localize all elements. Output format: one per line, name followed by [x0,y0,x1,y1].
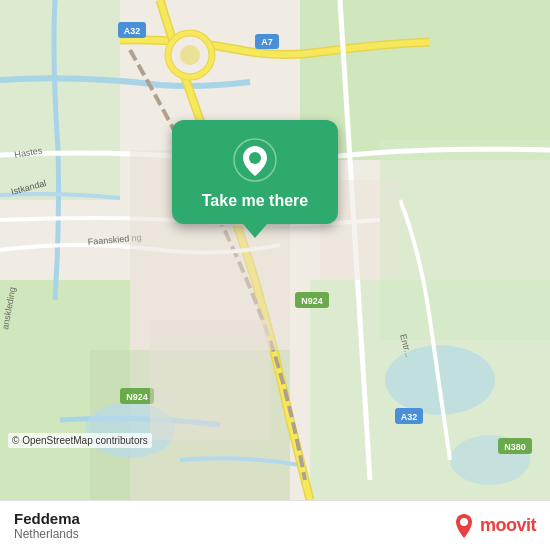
location-country: Netherlands [14,527,80,541]
info-bar: Feddema Netherlands moovit [0,500,550,550]
svg-text:A32: A32 [401,412,418,422]
map-background: A32 A7 A32 N380 N924 N924 Faanskied ng H… [0,0,550,500]
moovit-logo: moovit [454,513,536,539]
svg-point-34 [249,152,261,164]
location-name: Feddema [14,510,80,527]
map-popup[interactable]: Take me there [155,120,355,224]
svg-text:N924: N924 [301,296,323,306]
location-pin-icon [233,138,277,182]
moovit-pin-icon [454,513,474,539]
svg-point-29 [180,45,200,65]
svg-text:A7: A7 [261,37,273,47]
svg-text:N380: N380 [504,442,526,452]
location-info: Feddema Netherlands [14,510,80,541]
svg-rect-31 [150,320,270,440]
svg-point-35 [460,518,468,526]
svg-text:A32: A32 [124,26,141,36]
moovit-text: moovit [480,515,536,536]
svg-text:N924: N924 [126,392,148,402]
map-container: A32 A7 A32 N380 N924 N924 Faanskied ng H… [0,0,550,500]
popup-bubble[interactable]: Take me there [172,120,338,224]
popup-label: Take me there [202,192,308,210]
osm-credit: © OpenStreetMap contributors [8,433,152,448]
